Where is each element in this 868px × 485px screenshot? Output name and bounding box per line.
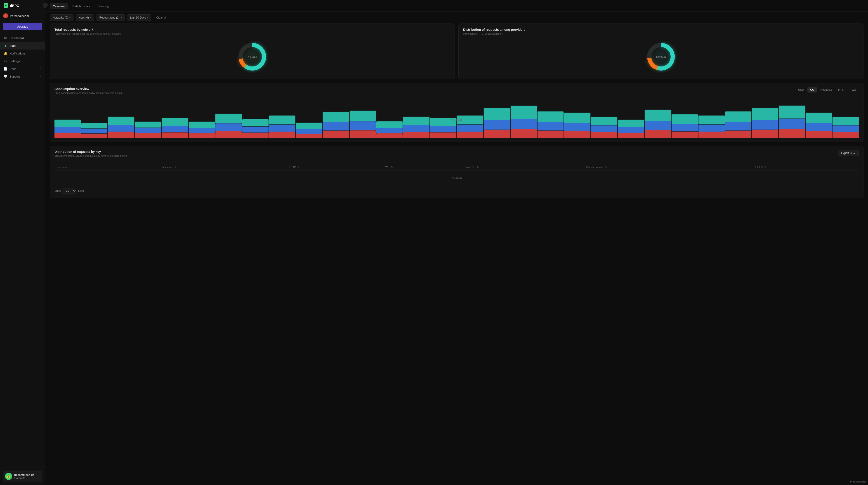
bar-segment-blue — [645, 121, 671, 130]
bar-segment-red — [162, 132, 188, 138]
bar-segment-teal — [725, 112, 752, 122]
bar-column — [725, 112, 752, 138]
bar-segment-teal — [296, 123, 322, 129]
total-requests-subtitle: Total volume of requests for the selecte… — [55, 32, 450, 35]
bar-segment-blue — [135, 128, 161, 133]
sidebar-item-support[interactable]: 💬 Support ↗ — [0, 72, 45, 80]
sidebar-item-docs[interactable]: 📄 Docs ↗ — [0, 65, 45, 72]
bar-segment-blue — [806, 123, 832, 131]
distribution-providers-subtitle: 0 (Monopoly) — 1 (Decentralization) — [463, 32, 859, 35]
col-http[interactable]: HTTP ⇅ — [287, 164, 383, 171]
sort-total-s: ⇅ — [764, 166, 766, 169]
consumption-tab-cu[interactable]: CU — [807, 87, 817, 92]
bar-segment-teal — [752, 108, 778, 120]
col-total-s[interactable]: Total, $ ⇅ — [752, 164, 859, 171]
col-ws[interactable]: WS ⇅ — [383, 164, 463, 171]
bar-segment-red — [806, 131, 832, 138]
date-range-filter[interactable]: Last 30 Days ▾ — [127, 14, 151, 21]
tab-overview[interactable]: Overview — [50, 3, 68, 9]
bar-segment-teal — [645, 110, 671, 121]
sidebar-label-support: Support — [9, 75, 20, 78]
bar-segment-blue — [779, 119, 805, 129]
bar-column — [672, 114, 698, 138]
bar-segment-red — [135, 133, 161, 138]
sidebar-item-settings[interactable]: ⚙ Settings — [0, 57, 45, 65]
recommend-icon: 💰 — [5, 473, 12, 480]
bar-segment-teal — [269, 116, 296, 124]
col-total-cu[interactable]: Total, CU ⇅ — [463, 164, 584, 171]
sidebar-item-stats[interactable]: ◈ Stats — [0, 42, 45, 50]
bar-segment-blue — [55, 127, 81, 133]
team-selector[interactable]: P Personal team — [0, 11, 45, 21]
table-head: Key name Key share ⇅ HTTP ⇅ WS ⇅ — [55, 164, 859, 171]
bar-segment-blue — [672, 124, 698, 131]
bar-segment-teal — [215, 114, 242, 123]
bar-segment-red — [618, 133, 644, 138]
col-key-name: Key name — [55, 164, 159, 171]
bar-segment-red — [725, 131, 752, 138]
clear-all-button[interactable]: Clear all — [154, 15, 168, 21]
table-header-columns: Key name Key share ⇅ HTTP ⇅ WS ⇅ — [55, 164, 859, 171]
bar-column — [806, 113, 832, 138]
bar-column — [645, 110, 671, 138]
team-avatar: P — [3, 13, 8, 18]
consumption-tab-requests[interactable]: Requests — [818, 87, 835, 92]
bar-segment-blue — [162, 126, 188, 132]
bar-segment-blue — [752, 120, 778, 129]
bar-segment-red — [376, 133, 403, 138]
tab-detailed-stats[interactable]: Detailed stats — [69, 3, 93, 9]
bar-segment-red — [430, 132, 456, 138]
consumption-tab-ws[interactable]: WS — [849, 87, 859, 92]
bar-segment-red — [779, 129, 805, 138]
distribution-providers-card: Distribution of requests among providers… — [458, 24, 864, 79]
bar-segment-blue — [833, 125, 859, 132]
consumption-title-area: Consumption overview USD, compute units … — [55, 87, 122, 98]
bar-segment-red — [215, 131, 242, 138]
content-area: Total requests by network Total volume o… — [45, 24, 868, 203]
keys-filter[interactable]: Keys (0) ▾ — [76, 14, 94, 21]
request-type-label: Request type (2) — [99, 16, 120, 19]
sidebar-item-notifications[interactable]: 🔔 Notifications — [0, 50, 45, 57]
watermark: ⚑ annotely.com — [850, 481, 866, 483]
networks-filter[interactable]: Networks (0) ▾ — [50, 14, 73, 21]
tab-error-log[interactable]: Error log — [94, 3, 112, 9]
bar-column — [403, 117, 430, 138]
bar-segment-red — [752, 130, 778, 138]
bar-segment-blue — [484, 120, 510, 129]
consumption-tab-http[interactable]: HTTP — [835, 87, 848, 92]
bar-segment-blue — [537, 122, 564, 130]
bar-column — [162, 118, 188, 138]
bar-column — [55, 120, 81, 138]
bar-column — [779, 105, 805, 138]
page-tabs: Overview Detailed stats Error log — [45, 0, 868, 12]
total-requests-no-data: No data — [248, 55, 257, 58]
collapse-sidebar-button[interactable]: ‹ — [43, 3, 48, 8]
upgrade-button[interactable]: Upgrade — [3, 23, 42, 30]
export-csv-button[interactable]: Export CSV — [838, 150, 859, 156]
bar-column — [752, 108, 778, 138]
col-client-error-rate[interactable]: Client error rate ⇅ — [584, 164, 752, 171]
support-icon: 💬 — [4, 74, 7, 78]
total-requests-title: Total requests by network — [55, 28, 450, 31]
bar-segment-teal — [135, 122, 161, 127]
bar-segment-teal — [806, 113, 832, 123]
consumption-tab-usd[interactable]: USD — [796, 87, 807, 92]
consumption-title: Consumption overview — [55, 87, 122, 91]
consumption-header: Consumption overview USD, compute units … — [55, 87, 859, 98]
request-type-filter[interactable]: Request type (2) ▾ — [96, 14, 125, 21]
sidebar-item-dashboard[interactable]: ⊞ Dashboard — [0, 34, 45, 42]
networks-dropdown-arrow: ▾ — [69, 17, 70, 19]
top-cards-row: Total requests by network Total volume o… — [50, 24, 864, 79]
show-count-select[interactable]: 20 10 50 100 — [63, 188, 76, 194]
external-link-icon: ↗ — [39, 68, 41, 70]
bar-column — [376, 121, 403, 138]
sidebar-label-settings: Settings — [9, 59, 20, 63]
recommend-card[interactable]: 💰 Recommend us & rewards — [3, 471, 42, 482]
bar-segment-teal — [162, 118, 188, 126]
sidebar: ‹ d dRPC P Personal team Upgrade ⊞ Dashb… — [0, 0, 45, 485]
bar-segment-red — [537, 131, 564, 138]
bar-segment-blue — [189, 128, 215, 133]
col-key-share[interactable]: Key share ⇅ — [159, 164, 287, 171]
sidebar-label-stats: Stats — [9, 44, 16, 48]
bar-segment-red — [189, 133, 215, 138]
